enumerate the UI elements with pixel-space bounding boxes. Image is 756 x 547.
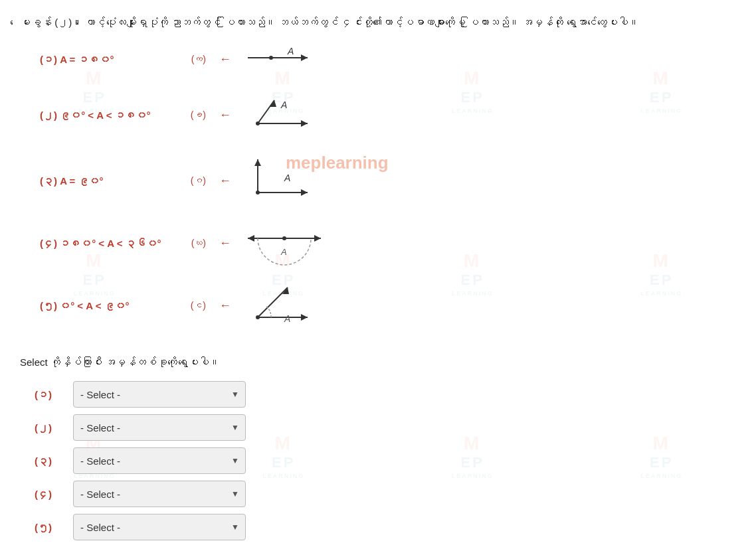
svg-marker-25 [282, 287, 289, 294]
diagram-1: A [244, 44, 311, 74]
svg-line-24 [258, 287, 288, 317]
svg-text:A: A [280, 100, 287, 110]
question-area: (၁) A = ၁၈၀° (က) ← A (၂) ၉၀° < A < ၁၈၀ [40, 44, 736, 350]
arrow-icon-3: ← [219, 174, 231, 188]
question-row-4: (၄) ၁၈၀° < A < ၃၆၀° (ဃ) ← A [40, 225, 736, 261]
svg-marker-19 [314, 235, 321, 242]
select-wrapper-2: - Select - (က) (ခ) (ဂ) (ဃ) (င) ▼ [73, 414, 246, 441]
question-row-2: (၂) ၉၀° < A < ၁၈၀° (ခ) ← A [40, 94, 736, 136]
svg-marker-5 [301, 120, 308, 127]
question-label-5: (၅) ၀° < A < ၉၀° [40, 300, 173, 311]
select-rows: (၁) - Select - (က) (ခ) (ဂ) (ဃ) (င) ▼ (၂)… [27, 381, 736, 540]
question-row-1: (၁) A = ၁၈၀° (က) ← A [40, 44, 736, 74]
select-dropdown-4[interactable]: - Select - (က) (ခ) (ဂ) (ဃ) (င) [73, 481, 246, 507]
arrow-icon-1: ← [219, 52, 231, 66]
select-row-label-5: (၅) [27, 522, 60, 533]
svg-marker-11 [301, 189, 308, 196]
select-row-1: (၁) - Select - (က) (ခ) (ဂ) (ဃ) (င) ▼ [27, 381, 736, 408]
answer-label-4: (ဃ) [186, 238, 206, 248]
select-dropdown-5[interactable]: - Select - (က) (ခ) (ဂ) (ဃ) (င) [73, 514, 246, 540]
svg-text:A: A [280, 247, 287, 257]
question-label-1: (၁) A = ၁၈၀° [40, 54, 173, 65]
main-content: မေးခွန်း (၂)။ ထောင့်ပုံလေးမျိုးရှာပုံကို… [0, 0, 756, 547]
select-row-2: (၂) - Select - (က) (ခ) (ဂ) (ဃ) (င) ▼ [27, 414, 736, 441]
svg-point-20 [282, 236, 286, 240]
arrow-icon-2: ← [219, 108, 231, 122]
question-label-3: (၃) A = ၉၀° [40, 175, 173, 187]
select-row-5: (၅) - Select - (က) (ခ) (ဂ) (ဃ) (င) ▼ [27, 514, 736, 540]
svg-text:A: A [287, 46, 294, 56]
select-row-label-1: (၁) [27, 389, 60, 400]
select-dropdown-2[interactable]: - Select - (က) (ခ) (ဂ) (ဃ) (င) [73, 414, 246, 441]
arrow-icon-5: ← [219, 299, 231, 313]
header-text: မေးခွန်း (၂)။ ထောင့်ပုံလေးမျိုးရှာပုံကို… [20, 13, 736, 31]
select-wrapper-5: - Select - (က) (ခ) (ဂ) (ဃ) (င) ▼ [73, 514, 246, 540]
select-dropdown-1[interactable]: - Select - (က) (ခ) (ဂ) (ဃ) (င) [73, 381, 246, 408]
question-row-5: (၅) ၀° < A < ၉၀° (င) ← A [40, 281, 736, 330]
select-row-4: (၄) - Select - (က) (ခ) (ဂ) (ဃ) (င) ▼ [27, 481, 736, 507]
select-dropdown-3[interactable]: - Select - (က) (ခ) (ဂ) (ဃ) (င) [73, 447, 246, 474]
svg-marker-13 [254, 159, 261, 166]
select-wrapper-1: - Select - (က) (ခ) (ဂ) (ဃ) (င) ▼ [73, 381, 246, 408]
answer-label-2: (ခ) [186, 110, 206, 120]
select-row-label-4: (၄) [27, 489, 60, 500]
svg-point-2 [269, 56, 273, 60]
arrow-icon-4: ← [219, 236, 231, 250]
select-instruction: Select ကိုနှိပ်ထားပြီး အမှန်တစ်ခုကိုရွေး… [20, 356, 736, 368]
select-row-label-3: (၃) [27, 455, 60, 467]
svg-text:A: A [284, 313, 290, 324]
svg-marker-17 [248, 235, 254, 242]
question-label-2: (၂) ၉၀° < A < ၁၈၀° [40, 110, 173, 121]
answer-label-3: (ဂ) [186, 175, 206, 186]
select-wrapper-3: - Select - (က) (ခ) (ဂ) (ဃ) (င) ▼ [73, 447, 246, 474]
question-row-3: (၃) A = ၉၀° (ဂ) ← A [40, 156, 736, 205]
svg-marker-23 [301, 314, 308, 321]
select-wrapper-4: - Select - (က) (ခ) (ဂ) (ဃ) (င) ▼ [73, 481, 246, 507]
answer-label-1: (က) [186, 54, 206, 64]
svg-text:A: A [284, 173, 290, 183]
answer-label-5: (င) [186, 300, 206, 311]
svg-line-6 [258, 100, 274, 123]
diagram-5: A [244, 281, 311, 330]
svg-point-8 [256, 121, 260, 125]
select-row-3: (၃) - Select - (က) (ခ) (ဂ) (ဃ) (င) ▼ [27, 447, 736, 474]
select-row-label-2: (၂) [27, 422, 60, 433]
diagram-2: A [244, 94, 311, 136]
svg-point-14 [256, 191, 260, 195]
question-label-4: (၄) ၁၈၀° < A < ၃၆၀° [40, 238, 173, 249]
svg-point-26 [256, 315, 260, 319]
diagram-3: A [244, 156, 311, 205]
diagram-4: A [244, 225, 324, 261]
svg-marker-1 [301, 54, 308, 61]
